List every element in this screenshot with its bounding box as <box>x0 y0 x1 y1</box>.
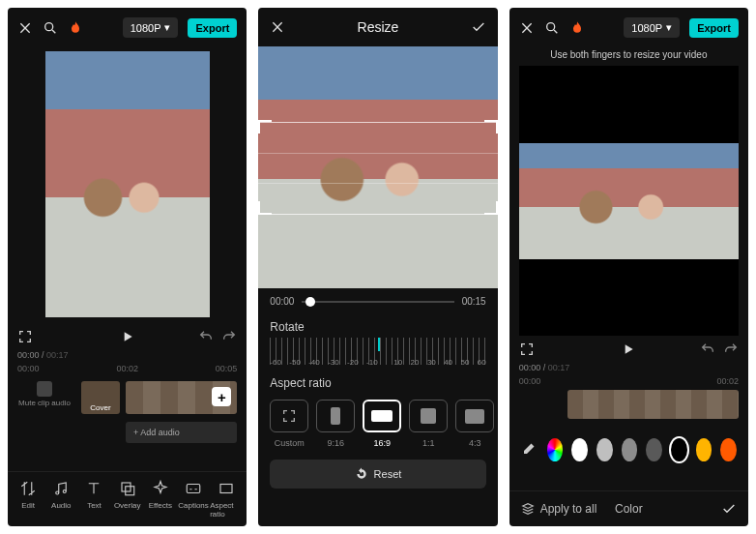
reset-icon <box>355 467 368 481</box>
confirm-icon[interactable] <box>721 501 737 517</box>
audio-track: + Add audio <box>17 422 237 443</box>
ratio-9-16[interactable]: 9:16 <box>316 400 355 448</box>
editor-main-panel: 1080P▾ Export 00:00 / 00:17 00:00 00:02 … <box>8 8 247 526</box>
transport-bar <box>8 323 247 350</box>
crop-preview[interactable] <box>258 46 497 288</box>
video-preview[interactable] <box>45 51 210 317</box>
fullscreen-icon[interactable] <box>17 329 33 344</box>
rotate-center-mark <box>378 338 380 351</box>
svg-point-0 <box>45 22 53 30</box>
add-audio-button[interactable]: + Add audio <box>126 422 237 443</box>
close-icon[interactable] <box>519 20 535 36</box>
svg-point-1 <box>56 491 59 494</box>
close-icon[interactable] <box>270 19 285 35</box>
chevron-down-icon: ▾ <box>164 21 170 34</box>
crop-grid[interactable] <box>258 122 497 215</box>
bottom-toolbar: Edit Audio Text Overlay Effects Captions… <box>8 471 247 526</box>
tool-audio[interactable]: Audio <box>44 480 77 519</box>
swatch-black[interactable] <box>671 438 687 461</box>
chevron-down-icon: ▾ <box>666 21 672 34</box>
color-swatches <box>519 434 739 475</box>
mute-clip-button[interactable]: Mute clip audio <box>17 381 72 407</box>
video-preview-letterboxed[interactable] <box>519 66 739 336</box>
resize-panel: Resize 00:00 00:15 Rotate -60-50-40-30-2… <box>258 8 497 526</box>
search-icon[interactable] <box>43 20 58 36</box>
playhead-time: 00:00 / 00:17 <box>8 350 247 360</box>
cover-thumbnail[interactable]: Cover <box>81 381 120 414</box>
tool-edit[interactable]: Edit <box>12 480 44 519</box>
scrub-bar: 00:00 00:15 <box>258 288 497 314</box>
swatch-lightgray[interactable] <box>596 438 613 461</box>
timeline-ruler: 00:00 00:02 <box>509 372 748 386</box>
color-section <box>509 427 748 490</box>
svg-rect-6 <box>220 485 232 493</box>
video-clip[interactable]: + <box>126 381 237 414</box>
resolution-label: 1080P <box>131 22 161 34</box>
swatch-gray[interactable] <box>622 438 638 461</box>
rotate-scale-labels: -60-50-40-30-20-10102030405060 <box>270 358 485 367</box>
search-icon[interactable] <box>544 20 560 36</box>
aspect-ratio-options: Custom 9:16 16:9 1:1 4:3 <box>258 394 497 450</box>
rotate-slider[interactable]: -60-50-40-30-20-10102030405060 <box>270 338 485 365</box>
tool-text[interactable]: Text <box>77 480 110 519</box>
color-panel: 1080P▾ Export Use both fingers to resize… <box>509 8 748 526</box>
ratio-1-1[interactable]: 1:1 <box>409 400 448 448</box>
undo-icon[interactable] <box>700 341 715 357</box>
crop-handle-br[interactable] <box>484 201 498 215</box>
timeline-tracks: Mute clip audio Cover + + Add audio <box>8 377 247 459</box>
svg-rect-5 <box>187 485 200 493</box>
fullscreen-icon[interactable] <box>519 341 535 357</box>
resize-hint: Use both fingers to resize your video <box>509 47 748 66</box>
close-icon[interactable] <box>17 20 33 36</box>
crop-handle-tl[interactable] <box>258 120 272 134</box>
svg-rect-4 <box>125 487 133 495</box>
color-wheel-button[interactable] <box>547 438 564 461</box>
play-icon[interactable] <box>621 341 636 357</box>
undo-icon[interactable] <box>198 329 214 344</box>
swatch-white[interactable] <box>571 438 588 461</box>
transport-bar <box>509 336 748 363</box>
swatch-darkgray[interactable] <box>646 438 662 461</box>
color-tab-label: Color <box>615 502 643 516</box>
crop-handle-tr[interactable] <box>484 120 498 134</box>
aspect-ratio-label: Aspect ratio <box>258 371 497 394</box>
ratio-16-9[interactable]: 16:9 <box>363 400 401 448</box>
redo-icon[interactable] <box>221 329 237 344</box>
export-button[interactable]: Export <box>188 18 237 38</box>
top-bar: 1080P▾ Export <box>8 8 247 47</box>
expand-icon <box>281 408 297 424</box>
flame-icon[interactable] <box>68 20 83 36</box>
tool-overlay[interactable]: Overlay <box>111 480 144 519</box>
video-clip[interactable] <box>567 390 739 419</box>
tool-aspect-ratio[interactable]: Aspect ratio <box>210 480 243 519</box>
eyedropper-icon[interactable] <box>521 439 538 460</box>
preview-area <box>8 47 247 323</box>
swatch-amber[interactable] <box>696 438 712 461</box>
play-icon[interactable] <box>120 329 135 344</box>
tool-effects[interactable]: Effects <box>144 480 177 519</box>
scrub-start-time: 00:00 <box>270 296 294 307</box>
ratio-custom[interactable]: Custom <box>270 400 308 448</box>
svg-point-7 <box>546 22 554 30</box>
timeline-ruler: 00:00 00:02 00:05 <box>8 360 247 377</box>
confirm-icon[interactable] <box>471 19 486 35</box>
apply-to-all-button[interactable]: Apply to all <box>521 502 597 516</box>
tool-captions[interactable]: Captions <box>177 480 210 519</box>
flame-icon[interactable] <box>569 20 585 36</box>
scrub-track[interactable] <box>302 301 453 303</box>
swatch-orange[interactable] <box>720 438 737 461</box>
add-clip-button[interactable]: + <box>212 387 231 406</box>
reset-button[interactable]: Reset <box>270 460 485 489</box>
crop-handle-bl[interactable] <box>258 201 272 215</box>
redo-icon[interactable] <box>723 341 739 357</box>
scrub-end-time: 00:15 <box>462 296 486 307</box>
resolution-button[interactable]: 1080P▾ <box>123 17 179 38</box>
stack-icon <box>521 502 535 516</box>
resolution-button[interactable]: 1080P▾ <box>624 17 680 38</box>
mute-icon <box>37 381 52 397</box>
export-button[interactable]: Export <box>689 18 739 38</box>
ratio-4-3[interactable]: 4:3 <box>455 400 494 448</box>
scrub-knob[interactable] <box>305 297 315 307</box>
playhead-time: 00:00 / 00:17 <box>509 363 748 372</box>
video-track: Mute clip audio Cover + <box>17 381 237 416</box>
